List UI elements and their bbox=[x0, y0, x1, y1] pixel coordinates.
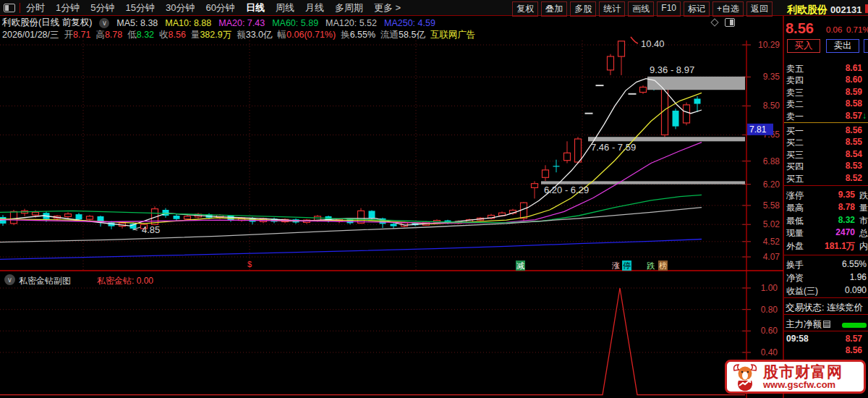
svg-text:8.50: 8.50 bbox=[763, 101, 780, 111]
svg-text:5.58: 5.58 bbox=[763, 200, 780, 211]
bull-icon bbox=[730, 362, 760, 392]
app-window: 分时1分钟5分钟15分钟30分钟60分钟日线周线月线多周期更多 > 复权叠加多股… bbox=[0, 0, 868, 398]
svg-text:5.02: 5.02 bbox=[763, 219, 780, 229]
logo-title: 股市财富网 bbox=[763, 364, 843, 380]
sub-indicator-name[interactable]: 私密金钻副图 bbox=[19, 275, 71, 287]
svg-text:9.35: 9.35 bbox=[763, 72, 780, 82]
buy-button[interactable]: 买入 bbox=[787, 39, 820, 53]
orderbook-row: 卖三8.59 bbox=[784, 87, 868, 98]
main-net-bar bbox=[842, 323, 867, 328]
svg-text:0.40: 0.40 bbox=[761, 347, 778, 357]
chart-marker: 跌 bbox=[646, 261, 655, 271]
svg-text:10.40: 10.40 bbox=[641, 38, 665, 49]
svg-text:7.46 - 7.59: 7.46 - 7.59 bbox=[591, 142, 636, 153]
divider bbox=[784, 314, 868, 315]
chart-marker: $ bbox=[247, 259, 252, 269]
divider bbox=[784, 255, 868, 255]
stock-code: 002131 bbox=[830, 4, 861, 15]
svg-text:6.88: 6.88 bbox=[763, 156, 780, 166]
quote-panel: 利欧股份 002131 8.56 0.06 0.71% 买入 卖出 卖五8.61… bbox=[784, 0, 868, 398]
flag-icon bbox=[865, 4, 868, 13]
svg-text:6.20 - 6.29: 6.20 - 6.29 bbox=[544, 185, 589, 195]
price-change: 0.06 bbox=[826, 25, 842, 34]
main-net-label: 主力净额 bbox=[786, 318, 830, 331]
chart-marker: 涨 bbox=[611, 261, 621, 271]
orderbook-row: 卖四8.60 bbox=[784, 75, 868, 86]
divider bbox=[784, 297, 868, 298]
stat-row: 最高8.78量 bbox=[784, 202, 868, 214]
last-price: 8.56 bbox=[786, 20, 814, 37]
svg-text:6.20: 6.20 bbox=[763, 179, 780, 190]
price-change-pct: 0.71% bbox=[846, 25, 868, 34]
logo-url[interactable]: www.gscfw.com bbox=[763, 380, 843, 390]
trade-status: 交易状态: 连续竞价 bbox=[786, 302, 863, 314]
orderbook-row: 买四8.53 bbox=[784, 161, 868, 172]
chart-marker: 榜 bbox=[658, 261, 668, 271]
list-icon[interactable] bbox=[823, 321, 830, 328]
svg-text:0.80: 0.80 bbox=[761, 305, 778, 315]
orderbook-row: 卖五8.61 bbox=[784, 63, 868, 75]
divider bbox=[784, 185, 868, 186]
tick-row: 09:588.57 bbox=[784, 334, 868, 344]
chart-marker: 减 bbox=[516, 261, 525, 271]
orderbook-row: 买五8.52 bbox=[784, 173, 868, 185]
orderbook-row: 买一8.56 bbox=[784, 125, 868, 137]
stat-row: 最低8.32市 bbox=[784, 215, 868, 227]
orderbook-row: 买三8.54 bbox=[784, 149, 868, 161]
sub-indicator-value: 私密金钻: 0.00 bbox=[97, 275, 153, 287]
svg-text:0.60: 0.60 bbox=[761, 326, 778, 336]
svg-text:4.85: 4.85 bbox=[142, 224, 160, 235]
spread-divider bbox=[784, 122, 868, 123]
stat-row: 涨停9.35跌 bbox=[784, 190, 868, 202]
tick-row: 8.56 bbox=[784, 345, 868, 356]
stat-row: 净资1.96 bbox=[784, 272, 868, 284]
stat-row: 换手6.55% bbox=[784, 259, 868, 271]
watermark-logo: 股市财富网 www.gscfw.com bbox=[725, 360, 866, 394]
divider bbox=[784, 331, 868, 331]
stock-name: 利欧股份 bbox=[787, 4, 827, 17]
collapse-chevron-icon[interactable]: ∨ bbox=[4, 274, 15, 285]
orderbook-row: 买二8.55 bbox=[784, 137, 868, 148]
svg-text:4.07: 4.07 bbox=[763, 252, 780, 262]
stat-row: 外盘181.1万内 bbox=[784, 240, 868, 253]
svg-text:4.52: 4.52 bbox=[763, 237, 780, 247]
more-button-cut[interactable] bbox=[864, 39, 868, 53]
svg-text:10.29: 10.29 bbox=[758, 40, 780, 50]
svg-text:1.00: 1.00 bbox=[761, 283, 778, 293]
split-panel-icon[interactable] bbox=[725, 18, 735, 27]
stat-row: 现量2470总 bbox=[784, 227, 868, 240]
svg-text:9.36 - 8.97: 9.36 - 8.97 bbox=[650, 64, 694, 75]
svg-text:7.81: 7.81 bbox=[749, 124, 767, 135]
sell-button[interactable]: 卖出 bbox=[826, 39, 859, 53]
chart-marker: 停 bbox=[622, 261, 631, 271]
stat-row: 收益(三)0.090 bbox=[784, 285, 868, 297]
price-chart-canvas: 10.299.358.507.656.886.205.585.024.524.0… bbox=[0, 0, 868, 398]
orderbook-row: 卖二8.58 bbox=[784, 98, 868, 110]
orderbook-row: 卖一8.57↓ bbox=[784, 111, 868, 122]
